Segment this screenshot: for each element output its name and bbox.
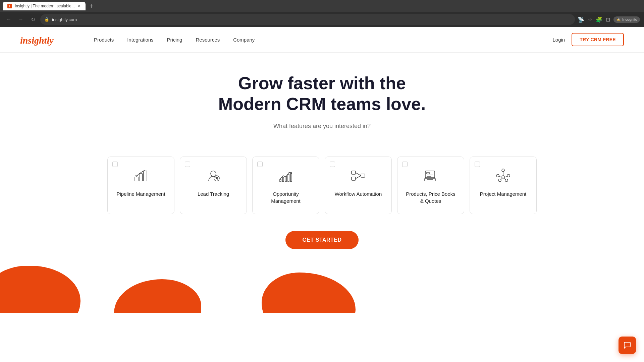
svg-point-26 — [502, 169, 504, 172]
back-button[interactable]: ← — [4, 15, 13, 24]
tab-close-button[interactable]: ✕ — [77, 4, 81, 8]
svg-rect-2 — [139, 174, 143, 181]
incognito-badge: 🕵 Incognito — [613, 16, 640, 23]
insightly-logo: insightly — [20, 33, 74, 46]
opportunity-checkbox[interactable] — [257, 162, 263, 167]
svg-line-35 — [501, 178, 502, 180]
blob-1 — [0, 266, 80, 313]
svg-line-18 — [356, 176, 361, 179]
browser-tab-bar: I Insightly | The modern, scalable... ✕ … — [0, 0, 644, 12]
project-checkbox[interactable] — [475, 162, 480, 167]
lead-label: Lead Tracking — [198, 190, 229, 197]
tab-favicon: I — [7, 4, 12, 8]
svg-line-36 — [504, 178, 505, 180]
lead-checkbox[interactable] — [185, 162, 190, 167]
incognito-label: Incognito — [622, 17, 637, 21]
nav-pricing[interactable]: Pricing — [167, 37, 182, 43]
browser-actions: 📡 ☆ 🧩 ⊡ 🕵 Incognito — [578, 16, 640, 23]
get-started-button[interactable]: GET STARTED — [285, 231, 358, 249]
svg-rect-16 — [361, 174, 365, 177]
login-button[interactable]: Login — [552, 37, 565, 43]
svg-rect-3 — [144, 171, 147, 181]
project-icon — [494, 166, 513, 185]
website-content: insightly Products Integrations Pricing … — [0, 27, 644, 313]
active-tab[interactable]: I Insightly | The modern, scalable... ✕ — [3, 2, 86, 10]
svg-point-28 — [507, 174, 510, 177]
feature-card-products[interactable]: Products, Price Books & Quotes — [397, 157, 464, 214]
url-text: insightly.com — [52, 17, 77, 22]
refresh-button[interactable]: ↻ — [28, 15, 38, 24]
bookmark-icon[interactable]: ☆ — [588, 16, 592, 23]
opportunity-label: Opportunity Management — [259, 190, 312, 204]
svg-rect-8 — [280, 180, 281, 182]
feature-card-project[interactable]: Project Management — [470, 157, 537, 214]
svg-rect-15 — [352, 177, 356, 180]
workflow-checkbox[interactable] — [330, 162, 335, 167]
svg-point-4 — [211, 171, 216, 176]
incognito-icon: 🕵 — [616, 17, 621, 22]
browser-toolbar: ← → ↻ 🔒 insightly.com 📡 ☆ 🧩 ⊡ 🕵 Incognit… — [0, 12, 644, 27]
workflow-icon — [349, 166, 368, 185]
feature-card-opportunity[interactable]: Opportunity Management — [252, 157, 319, 214]
tab-title: Insightly | The modern, scalable... — [15, 4, 75, 8]
hero-section: Grow faster with the Modern CRM teams lo… — [0, 53, 644, 157]
blob-2 — [114, 279, 201, 313]
project-label: Project Management — [480, 190, 526, 197]
new-tab-button[interactable]: + — [87, 1, 96, 11]
features-grid: Pipeline Management Lead Tracking — [0, 157, 644, 214]
products-label: Products, Price Books & Quotes — [404, 190, 457, 204]
svg-rect-20 — [425, 171, 435, 178]
site-nav: Products Integrations Pricing Resources … — [94, 37, 552, 43]
nav-integrations[interactable]: Integrations — [127, 37, 153, 43]
cast-icon[interactable]: 📡 — [578, 16, 584, 23]
lead-icon — [204, 166, 223, 185]
blobs-section — [0, 259, 644, 313]
svg-rect-14 — [352, 171, 356, 174]
svg-point-27 — [496, 174, 499, 177]
products-icon — [421, 166, 440, 185]
nav-products[interactable]: Products — [94, 37, 114, 43]
header-actions: Login TRY CRM FREE — [552, 33, 624, 46]
hero-subtitle: What features are you interested in? — [13, 123, 631, 130]
forward-button[interactable]: → — [16, 15, 25, 24]
feature-card-pipeline[interactable]: Pipeline Management — [107, 157, 174, 214]
ssl-lock-icon: 🔒 — [44, 17, 49, 22]
workflow-label: Workflow Automation — [335, 190, 382, 197]
svg-rect-1 — [135, 177, 138, 181]
extensions-icon[interactable]: 🧩 — [596, 16, 602, 23]
logo-container[interactable]: insightly — [20, 33, 74, 46]
try-crm-free-button[interactable]: TRY CRM FREE — [572, 33, 624, 46]
opportunity-icon — [276, 166, 295, 185]
svg-text:insightly: insightly — [20, 35, 54, 46]
feature-card-workflow[interactable]: Workflow Automation — [325, 157, 392, 214]
svg-rect-21 — [427, 172, 429, 174]
cta-section: GET STARTED — [0, 228, 644, 259]
profile-icon[interactable]: ⊡ — [606, 16, 610, 23]
hero-title: Grow faster with the Modern CRM teams lo… — [205, 73, 439, 115]
address-bar[interactable]: 🔒 insightly.com — [40, 14, 575, 25]
site-header: insightly Products Integrations Pricing … — [0, 27, 644, 53]
svg-rect-11 — [288, 174, 289, 182]
nav-resources[interactable]: Resources — [196, 37, 220, 43]
pipeline-checkbox[interactable] — [112, 162, 118, 167]
pipeline-icon — [131, 166, 150, 185]
pipeline-label: Pipeline Management — [116, 190, 165, 197]
products-checkbox[interactable] — [402, 162, 408, 167]
nav-company[interactable]: Company — [233, 37, 255, 43]
blob-3 — [262, 273, 356, 313]
svg-rect-12 — [290, 172, 292, 182]
svg-line-17 — [356, 173, 361, 176]
feature-card-lead[interactable]: Lead Tracking — [180, 157, 247, 214]
